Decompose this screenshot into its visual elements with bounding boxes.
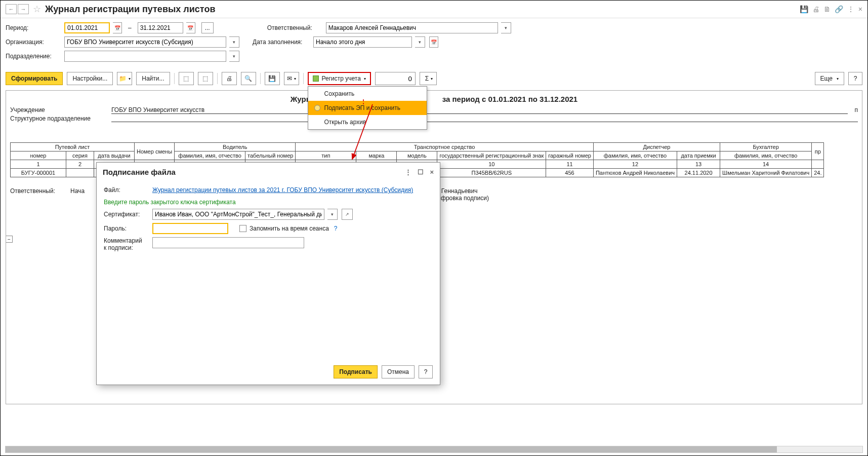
period-label: Период: (6, 24, 61, 31)
favorite-star-icon[interactable]: ☆ (33, 4, 41, 15)
mail-button[interactable]: ✉▾ (284, 72, 299, 85)
form-button[interactable]: Сформировать (6, 72, 63, 85)
close-icon[interactable]: × (858, 5, 862, 13)
dialog-title: Подписание файла (103, 168, 176, 176)
fill-date-label: Дата заполнения: (253, 39, 310, 46)
forward-button[interactable]: → (18, 4, 29, 14)
more-button[interactable]: Еще▾ (815, 72, 844, 85)
date-from-calendar-icon[interactable]: 📅 (113, 22, 122, 33)
remember-help-icon[interactable]: ? (334, 225, 338, 232)
sign-file-dialog: Подписание файла ⋮ ☐ × Файл: Журнал реги… (96, 162, 440, 385)
sign-button[interactable]: Подписать (334, 365, 378, 378)
help-button[interactable]: ? (848, 72, 862, 85)
registry-dropdown-menu: Сохранить Подписать ЭП и сохранить Откры… (308, 86, 427, 130)
cert-input[interactable] (152, 209, 324, 220)
collapse-all-button[interactable]: ⬚ (198, 72, 213, 85)
dept-dropdown-icon[interactable]: ▾ (229, 51, 239, 62)
menu-save[interactable]: Сохранить (308, 87, 427, 101)
remember-label: Запомнить на время сеанса (250, 225, 329, 232)
dialog-maximize-icon[interactable]: ☐ (418, 168, 424, 176)
page-title: Журнал регистрации путевых листов (45, 4, 215, 15)
save-variant-button[interactable]: 📁▾ (117, 72, 132, 85)
org-dropdown-icon[interactable]: ▾ (229, 36, 239, 48)
fill-date-input[interactable] (313, 36, 412, 48)
responsible-label: Ответственный: (267, 24, 323, 31)
preview-button[interactable]: 🔍 (241, 72, 256, 85)
counter-field[interactable] (375, 72, 416, 85)
comment-label: Комментарийк подписи: (104, 237, 149, 251)
link-icon[interactable]: 🔗 (835, 5, 843, 13)
dialog-help-button[interactable]: ? (419, 365, 433, 378)
remember-checkbox[interactable] (239, 225, 246, 232)
password-input[interactable] (152, 223, 228, 234)
fill-date-calendar-icon[interactable]: 📅 (429, 36, 438, 48)
find-button[interactable]: Найти... (136, 72, 170, 85)
registry-dropdown-button[interactable]: Регистр учета ▾ Сохранить Подписать ЭП и… (308, 72, 371, 85)
dialog-close-icon[interactable]: × (430, 168, 434, 176)
cert-label: Сертификат: (104, 211, 149, 218)
org-input[interactable] (64, 36, 226, 48)
collapse-toggle[interactable]: − (6, 236, 13, 243)
print-icon[interactable]: 🖨 (812, 5, 819, 13)
cancel-button[interactable]: Отмена (382, 365, 415, 378)
report-title: Журнза период с 01.01.2021 по 31.12.2021 (10, 95, 858, 103)
institution-value: ГОБУ ВПО Университет искусств (111, 106, 848, 114)
pwd-label: Пароль: (104, 225, 149, 232)
diskette-button[interactable]: 💾 (265, 72, 280, 85)
expand-all-button[interactable]: ⬚ (179, 72, 194, 85)
settings-button[interactable]: Настройки... (67, 72, 113, 85)
period-dialog-button[interactable]: ... (201, 22, 214, 33)
sigma-button[interactable]: Σ▾ (420, 72, 437, 85)
menu-open-archive[interactable]: Открыть архив (308, 115, 427, 129)
cert-dropdown-icon[interactable]: ▾ (327, 209, 338, 220)
preview-icon[interactable]: 🗎 (823, 5, 831, 13)
seal-icon (314, 105, 320, 111)
date-to-input[interactable] (138, 22, 183, 33)
save-icon[interactable]: 💾 (800, 5, 808, 13)
horizontal-scrollbar[interactable] (5, 446, 863, 453)
dialog-kebab-icon[interactable]: ⋮ (405, 168, 411, 176)
print-button[interactable]: 🖨 (222, 72, 237, 85)
back-button[interactable]: ← (6, 4, 17, 14)
file-link[interactable]: Журнал регистрации путевых листов за 202… (152, 186, 413, 194)
responsible-input[interactable] (326, 22, 498, 33)
struct-dept-label: Структурное подразделение (10, 115, 111, 122)
registry-icon (313, 75, 319, 82)
dept-label: Подразделение: (6, 53, 61, 60)
org-label: Организация: (6, 39, 61, 46)
cert-open-icon[interactable]: ↗ (342, 209, 353, 220)
dept-input[interactable] (64, 51, 226, 62)
comment-input[interactable] (152, 237, 304, 248)
chevron-down-icon: ▾ (364, 77, 366, 81)
menu-sign-and-save[interactable]: Подписать ЭП и сохранить (308, 101, 427, 115)
responsible-label: Ответственный: (10, 187, 55, 195)
responsible-dropdown-icon[interactable]: ▾ (501, 22, 511, 33)
date-to-calendar-icon[interactable]: 📅 (186, 22, 195, 33)
kebab-menu-icon[interactable]: ⋮ (847, 5, 854, 13)
dialog-hint: Введите пароль закрытого ключа сертифика… (104, 199, 433, 206)
date-from-input[interactable] (64, 22, 110, 33)
fill-date-dropdown-icon[interactable]: ▾ (415, 36, 425, 48)
institution-label: Учреждение (10, 106, 111, 114)
file-label: Файл: (104, 186, 149, 194)
